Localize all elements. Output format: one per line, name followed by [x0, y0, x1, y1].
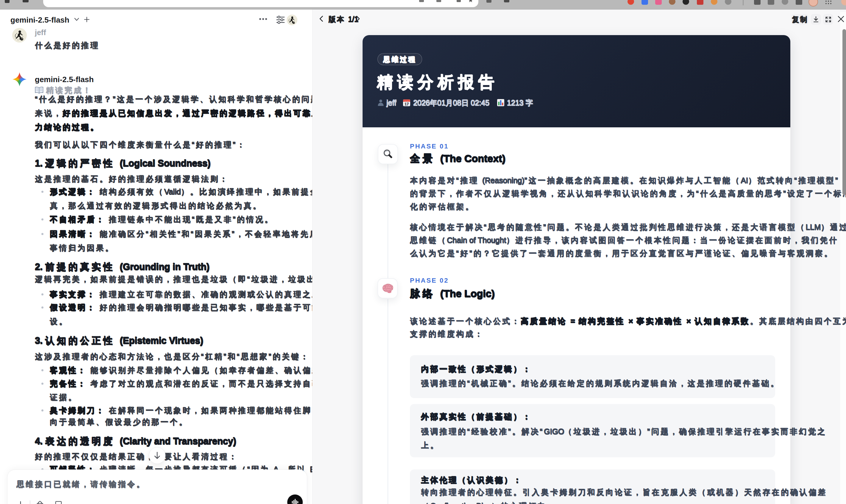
svg-text:17: 17	[405, 102, 409, 106]
